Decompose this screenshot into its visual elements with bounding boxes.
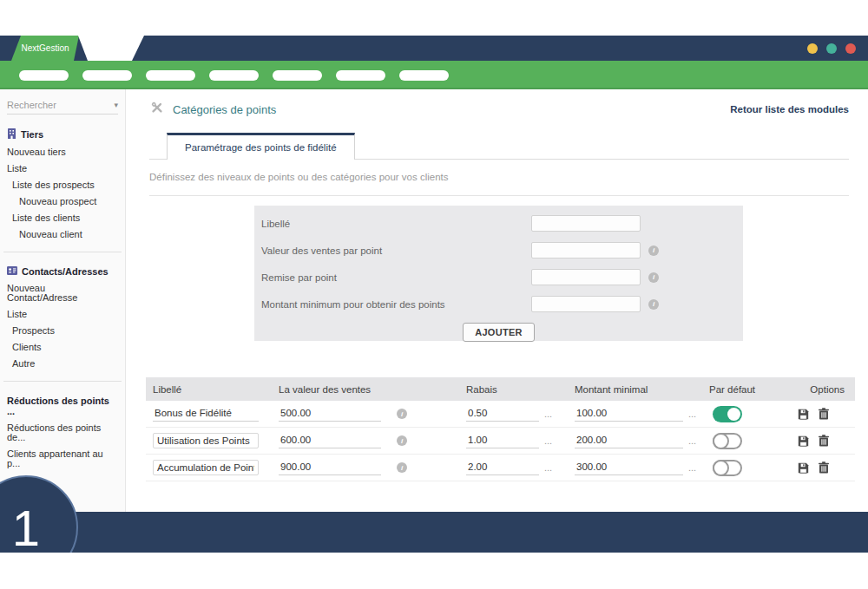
ajouter-button[interactable]: AJOUTER (463, 323, 535, 342)
col-header-valeur: La valeur des ventes (272, 384, 459, 395)
window-button-red[interactable] (845, 43, 856, 54)
delete-button[interactable] (819, 435, 829, 447)
menu-item-placeholder[interactable] (399, 70, 449, 81)
delete-button[interactable] (819, 408, 829, 420)
row-valeur-input[interactable] (279, 433, 381, 448)
form-row: Valeur des ventes par point i (254, 237, 743, 264)
row-montant-input[interactable] (575, 406, 683, 422)
sidebar-item-autre[interactable]: Autre (0, 356, 125, 372)
form-row: Remise par point i (254, 264, 743, 291)
ellipsis: ... (688, 435, 696, 446)
row-rabais-input[interactable] (466, 406, 539, 422)
cell-valeur: i (272, 406, 459, 422)
step-number: 1 (12, 499, 40, 553)
window-button-teal[interactable] (826, 43, 837, 54)
form-row: Libellé (254, 210, 743, 237)
info-icon[interactable]: i (648, 245, 659, 256)
info-icon[interactable]: i (397, 409, 407, 419)
brand-label: NextGestion (21, 43, 69, 53)
main-menubar (0, 61, 868, 89)
info-icon[interactable]: i (648, 272, 659, 283)
sidebar-item-prospects[interactable]: Prospects (0, 323, 125, 339)
row-rabais-input[interactable] (466, 433, 539, 448)
table-row: i ... ... (146, 428, 855, 455)
sidebar-section-title: Contacts/Adresses (0, 263, 125, 280)
sidebar-section-title: Réductions des points ... (0, 392, 125, 420)
form-input-remise[interactable] (531, 269, 641, 285)
cell-montant: ... (568, 433, 702, 448)
sidebar-item-clients[interactable]: Clients (0, 339, 125, 356)
brand-tab[interactable]: NextGestion (11, 36, 79, 61)
dropdown-caret-icon[interactable]: ▾ (114, 101, 118, 109)
sidebar-item-nouveau-contact[interactable]: Nouveau Contact/Adresse (0, 280, 125, 306)
cell-defaut (702, 406, 789, 422)
titlebar: NextGestion (0, 36, 868, 61)
default-toggle[interactable] (713, 433, 742, 449)
sidebar-item-liste-tiers[interactable]: Liste (0, 160, 125, 177)
sidebar-item-liste-contacts[interactable]: Liste (0, 306, 125, 323)
sidebar: ▾ Tiers Nouveau tiers Liste Liste des pr… (0, 89, 126, 512)
section-label: Contacts/Adresses (22, 266, 108, 277)
toggle-knob (727, 408, 740, 421)
col-header-libelle: Libellé (146, 384, 272, 395)
row-libelle-input[interactable] (153, 433, 259, 448)
row-montant-input[interactable] (575, 433, 683, 448)
info-icon[interactable]: i (648, 299, 659, 310)
col-header-rabais: Rabais (459, 384, 568, 395)
menu-item-placeholder[interactable] (209, 70, 259, 81)
window-controls (807, 43, 856, 54)
sidebar-item-liste-prospects[interactable]: Liste des prospects (0, 177, 125, 193)
points-categories-table: Libellé La valeur des ventes Rabais Mont… (146, 377, 855, 481)
save-button[interactable] (798, 409, 809, 420)
info-icon[interactable]: i (397, 435, 407, 446)
row-valeur-input[interactable] (279, 406, 381, 422)
redacted-tab (78, 36, 144, 61)
row-libelle-input[interactable] (153, 406, 259, 422)
trash-icon (819, 408, 829, 420)
form-input-libelle[interactable] (531, 215, 641, 232)
save-button[interactable] (798, 435, 809, 447)
menu-item-placeholder[interactable] (82, 70, 132, 81)
sidebar-item-nouveau-tiers[interactable]: Nouveau tiers (0, 144, 125, 160)
menu-item-placeholder[interactable] (146, 70, 195, 81)
window-button-yellow[interactable] (807, 43, 818, 54)
sidebar-item-nouveau-prospect[interactable]: Nouveau prospect (0, 193, 125, 210)
footer: 1 (0, 468, 868, 553)
menu-item-placeholder[interactable] (273, 70, 322, 81)
default-toggle[interactable] (713, 406, 742, 422)
save-icon (798, 435, 809, 447)
back-to-modules-link[interactable]: Retour liste des modules (730, 104, 849, 115)
ellipsis: ... (544, 409, 552, 419)
tab-parametrage-points[interactable]: Paramétrage des points de fidélité (167, 133, 355, 160)
search-input[interactable] (7, 100, 104, 110)
col-header-options: Options (789, 384, 855, 395)
ellipsis: ... (688, 409, 696, 419)
cell-defaut (702, 433, 789, 449)
form-label-remise: Remise par point (261, 272, 531, 283)
sidebar-search: ▾ (7, 100, 118, 115)
section-label: Tiers (21, 129, 43, 140)
page-title: Catégories de points (173, 103, 276, 116)
form-input-montant-minimum[interactable] (531, 296, 641, 312)
sidebar-divider (3, 381, 122, 382)
sidebar-divider (3, 252, 122, 252)
form-label-montant-minimum: Montant minimum pour obtenir des points (261, 299, 531, 310)
ellipsis: ... (544, 435, 552, 446)
sidebar-item-reductions-points[interactable]: Réductions des points de... (0, 420, 125, 446)
sidebar-section-title: Tiers (0, 125, 125, 144)
sidebar-item-nouveau-client[interactable]: Nouveau client (0, 226, 125, 243)
sidebar-item-liste-clients[interactable]: Liste des clients (0, 210, 125, 226)
col-header-montant: Montant minimal (568, 384, 702, 395)
section-label: Réductions des points ... (7, 396, 118, 416)
form-label-valeur-ventes: Valeur des ventes par point (261, 245, 531, 256)
page-header: Catégories de points Retour liste des mo… (149, 100, 849, 119)
menu-item-placeholder[interactable] (336, 70, 385, 81)
cell-options (789, 408, 855, 420)
cell-libelle (146, 433, 272, 448)
table-row: i ... ... (146, 401, 855, 428)
form-input-valeur-ventes[interactable] (531, 242, 641, 259)
col-header-defaut: Par défaut (702, 384, 789, 395)
cell-rabais: ... (459, 433, 568, 448)
menu-item-placeholder[interactable] (19, 70, 69, 81)
cell-rabais: ... (459, 406, 568, 422)
